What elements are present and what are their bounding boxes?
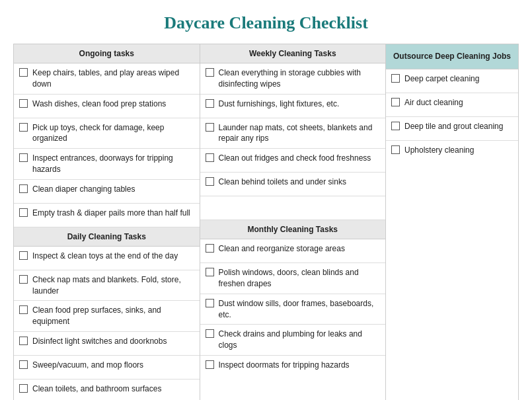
task-text: Clean food prep surfaces, sinks, and equ… [32,305,194,327]
task-row: Upholstery cleaning [386,141,518,165]
task-text: Wash dishes, clean food prep stations [32,99,194,110]
col-ongoing-daily: Ongoing tasks Keep chairs, tables, and p… [14,44,200,400]
task-row: Clean behind toilets and under sinks [200,173,386,196]
checkbox[interactable] [19,337,28,345]
checkbox[interactable] [391,145,400,154]
page-title: Daycare Cleaning Checklist [13,13,519,33]
checkbox[interactable] [206,123,214,132]
task-text: Dust window sills, door frames, baseboar… [219,298,381,321]
task-text: Clean and reorganize storage areas [219,243,381,255]
checkbox[interactable] [19,275,28,284]
checkbox[interactable] [206,329,214,338]
checkbox[interactable] [391,98,400,106]
checkbox[interactable] [206,299,214,307]
task-row: Dust furnishings, light fixtures, etc. [200,95,386,118]
task-row: Keep chairs, tables, and play areas wipe… [14,63,200,95]
task-row: Disinfect light switches and doorknobs [14,332,200,356]
outsource-header: Outsource Deep Cleaning Jobs [386,44,518,69]
task-text: Deep carpet cleaning [404,73,513,85]
task-text: Inspect doormats for tripping hazards [219,360,381,371]
checkbox[interactable] [19,251,28,260]
task-text: Clean toilets, and bathroom surfaces [32,383,194,395]
checkbox[interactable] [19,153,28,162]
task-text: Clean behind toilets and under sinks [219,177,381,188]
task-text: Pick up toys, check for damage, keep org… [32,122,194,145]
task-text: Polish windows, doors, clean blinds and … [219,267,381,290]
checkbox[interactable] [19,184,28,193]
task-text: Dust furnishings, light fixtures, etc. [219,99,381,110]
checkbox[interactable] [19,68,28,77]
task-text: Upholstery cleaning [404,145,513,156]
task-row: Pick up toys, check for damage, keep org… [14,118,200,149]
task-row: Check nap mats and blankets. Fold, store… [14,270,200,301]
checkbox[interactable] [391,122,400,130]
checkbox[interactable] [206,99,214,108]
task-text: Sweep/vacuum, and mop floors [32,360,194,371]
task-text: Empty trash & diaper pails more than hal… [32,208,194,219]
task-text: Clean everything in storage cubbies with… [219,67,381,90]
checkbox[interactable] [19,384,28,393]
task-row: Inspect doormats for tripping hazards [200,356,386,380]
checkbox[interactable] [19,208,28,217]
task-text: Clean out fridges and check food freshne… [219,153,381,164]
spacer-row [200,196,386,220]
checkbox[interactable] [391,74,400,83]
checkbox[interactable] [206,244,214,253]
task-row: Deep carpet cleaning [386,69,518,93]
task-row: Wash dishes, clean food prep stations [14,95,200,118]
checkbox[interactable] [19,305,28,314]
task-row: Clean toilets, and bathroom surfaces [14,380,200,400]
task-text: Clean diaper changing tables [32,184,194,195]
page: Daycare Cleaning Checklist Ongoing tasks… [13,13,519,400]
task-row: Inspect entrances, doorways for tripping… [14,149,200,180]
col-outsource: Outsource Deep Cleaning Jobs Deep carpet… [386,44,518,400]
task-row: Clean out fridges and check food freshne… [200,149,386,173]
task-row: Check drains and plumbing for leaks and … [200,325,386,356]
col-weekly-monthly: Weekly Cleaning Tasks Clean everything i… [200,44,387,400]
task-row: Inspect & clean toys at the end of the d… [14,247,200,270]
task-text: Deep tile and grout cleaning [404,121,513,132]
task-text: Keep chairs, tables, and play areas wipe… [32,67,194,90]
task-row: Dust window sills, door frames, baseboar… [200,294,386,325]
monthly-header: Monthly Cleaning Tasks [200,220,386,239]
checkbox[interactable] [19,99,28,108]
checkbox[interactable] [19,123,28,132]
checkbox[interactable] [206,177,214,186]
task-row: Deep tile and grout cleaning [386,117,518,141]
task-row: Air duct cleaning [386,93,518,117]
task-text: Check nap mats and blankets. Fold, store… [32,274,194,297]
ongoing-header: Ongoing tasks [14,44,200,63]
task-text: Inspect entrances, doorways for tripping… [32,153,194,175]
task-row: Clean and reorganize storage areas [200,239,386,263]
task-text: Air duct cleaning [404,97,513,108]
task-row: Sweep/vacuum, and mop floors [14,356,200,380]
task-row: Polish windows, doors, clean blinds and … [200,263,386,294]
checklist-grid: Ongoing tasks Keep chairs, tables, and p… [13,44,519,400]
task-row: Launder nap mats, cot sheets, blankets a… [200,118,386,149]
checkbox[interactable] [206,360,214,369]
task-row: Clean food prep surfaces, sinks, and equ… [14,301,200,332]
task-text: Launder nap mats, cot sheets, blankets a… [219,122,381,145]
checkbox[interactable] [206,68,214,77]
task-row: Empty trash & diaper pails more than hal… [14,204,200,227]
checkbox[interactable] [206,153,214,162]
task-row: Clean diaper changing tables [14,180,200,204]
task-text: Check drains and plumbing for leaks and … [219,329,381,351]
task-text: Disinfect light switches and doorknobs [32,336,194,347]
daily-header: Daily Cleaning Tasks [14,227,200,247]
checkbox[interactable] [19,360,28,369]
task-row: Clean everything in storage cubbies with… [200,63,386,95]
weekly-header: Weekly Cleaning Tasks [200,44,386,63]
checkbox[interactable] [206,268,214,276]
task-text: Inspect & clean toys at the end of the d… [32,251,194,262]
